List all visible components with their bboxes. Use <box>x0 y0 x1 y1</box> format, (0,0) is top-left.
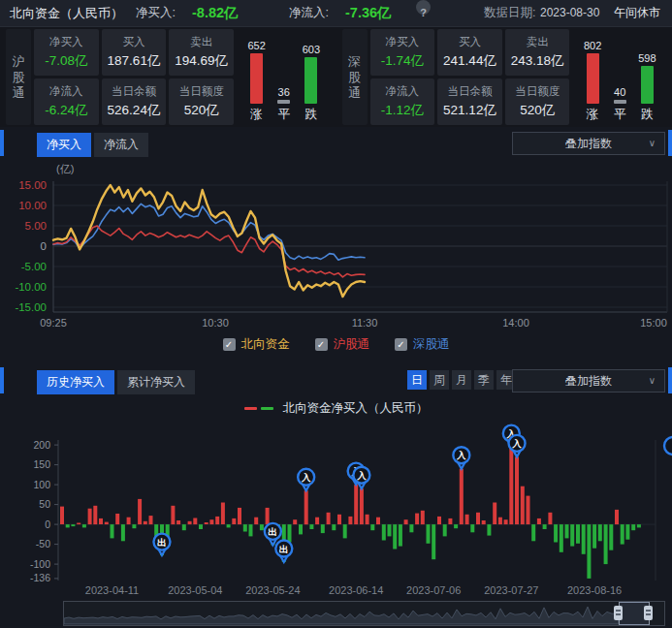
svg-text:入: 入 <box>511 438 522 449</box>
svg-text:入: 入 <box>356 470 367 481</box>
svg-text:-10.00: -10.00 <box>15 281 47 293</box>
svg-text:150: 150 <box>33 458 50 470</box>
panel-shanghai-connect-label: 沪股通 <box>6 29 31 125</box>
stat-cell-1-0: 净买入-1.74亿 <box>370 29 435 76</box>
stat-cell-1-3: 净流入-1.12亿 <box>370 78 435 125</box>
right-accent-bar <box>668 130 672 156</box>
intraday-line-chart[interactable]: 15.0010.005.000-5.00-10.00-15.0009:2510:… <box>0 158 672 334</box>
svg-text:-15.00: -15.00 <box>15 301 47 313</box>
stock-connect-stats: 沪股通 净买入-7.08亿买入187.61亿卖出194.69亿净流入-6.24亿… <box>0 27 672 127</box>
period-quarter-button[interactable]: 季 <box>474 370 494 390</box>
svg-text:11:30: 11:30 <box>352 317 378 329</box>
panel-shanghai-connect-cells: 净买入-7.08亿买入187.61亿卖出194.69亿净流入-6.24亿当日余额… <box>34 29 234 125</box>
history-bar-chart[interactable]: 200150100500-50-100-1362023-04-112023-05… <box>0 419 672 601</box>
history-legend: 北向资金净买入（人民币） <box>0 400 672 417</box>
svg-text:-100: -100 <box>30 558 50 570</box>
flow-marker-pin: 出 <box>275 541 292 563</box>
flow-marker-pin: 出 <box>153 534 170 556</box>
updown-column: 598跌 <box>638 33 656 123</box>
data-date-label: 数据日期: <box>484 0 535 26</box>
flow-marker-pin: 入 <box>453 447 469 469</box>
datazoom-minimap <box>64 602 664 625</box>
checkbox-shanghai[interactable]: ✓ <box>315 338 328 351</box>
stat-cell-1-1: 买入241.44亿 <box>437 29 502 76</box>
intraday-tabs: 净买入 净流入 <box>37 133 148 157</box>
legend-dash-red <box>244 407 257 410</box>
svg-text:0: 0 <box>45 518 50 530</box>
net-inflow-label: 净流入: <box>289 0 329 26</box>
chevron-down-icon: ∨ <box>649 370 656 392</box>
datazoom-left-handle[interactable] <box>614 602 624 625</box>
legend-dash-green <box>261 407 273 410</box>
overlay-index-dropdown-label: 叠加指数 <box>565 137 612 150</box>
legend-label-northbound: 北向资金 <box>241 336 290 353</box>
updown-0: 652涨36平603跌 <box>234 29 335 125</box>
svg-text:200: 200 <box>33 439 50 451</box>
legend-label-shanghai: 沪股通 <box>334 336 370 353</box>
period-month-button[interactable]: 月 <box>452 370 471 390</box>
svg-text:2023-05-24: 2023-05-24 <box>245 584 300 596</box>
svg-text:09:25: 09:25 <box>40 317 67 329</box>
svg-text:-136: -136 <box>30 572 50 583</box>
svg-text:15:00: 15:00 <box>640 317 667 329</box>
overlay-index-dropdown[interactable]: 叠加指数 ∨ <box>512 369 665 392</box>
left-accent-bar <box>0 367 4 393</box>
header: 北向资金（人民币） 净买入: -8.82亿 净流入: -7.36亿 ? 数据日期… <box>0 0 672 27</box>
intraday-legend: ✓ 北向资金 ✓ 沪股通 ✓ 深股通 <box>0 336 672 353</box>
svg-text:50: 50 <box>39 498 50 510</box>
svg-text:10.00: 10.00 <box>18 200 47 211</box>
legend-item-shenzhen: ✓ 深股通 <box>395 336 450 353</box>
svg-text:5.00: 5.00 <box>25 220 47 232</box>
tab-net-buy[interactable]: 净买入 <box>37 133 91 157</box>
updown-bar <box>614 100 626 104</box>
help-icon[interactable]: ? <box>416 0 431 15</box>
checkbox-northbound[interactable]: ✓ <box>223 338 236 351</box>
svg-text:2023-07-06: 2023-07-06 <box>406 584 461 596</box>
datazoom-slider[interactable] <box>63 601 665 626</box>
chevron-down-icon: ∨ <box>649 133 656 154</box>
svg-text:15.00: 15.00 <box>18 179 47 191</box>
svg-text:2023-05-04: 2023-05-04 <box>168 584 222 596</box>
checkbox-shenzhen[interactable]: ✓ <box>395 338 407 351</box>
updown-bar <box>587 53 599 104</box>
stat-cell-1-2: 卖出243.18亿 <box>505 29 570 76</box>
svg-text:2023-06-14: 2023-06-14 <box>329 584 383 596</box>
updown-bar <box>250 53 263 104</box>
period-week-button[interactable]: 周 <box>430 370 449 390</box>
svg-text:-50: -50 <box>36 538 50 550</box>
updown-column: 652涨 <box>247 33 265 123</box>
svg-text:出: 出 <box>157 537 167 548</box>
svg-text:出: 出 <box>269 526 278 537</box>
legend-label-shenzhen: 深股通 <box>413 336 450 353</box>
stat-cell-0-0: 净买入-7.08亿 <box>34 29 99 76</box>
stat-cell-1-5: 当日额度520亿 <box>505 78 570 125</box>
northbound-funds-app: 北向资金（人民币） 净买入: -8.82亿 净流入: -7.36亿 ? 数据日期… <box>0 0 672 628</box>
svg-text:-5.00: -5.00 <box>21 261 47 272</box>
legend-item-northbound: ✓ 北向资金 <box>223 336 290 353</box>
svg-text:10:30: 10:30 <box>202 317 229 329</box>
history-legend-title: 北向资金净买入（人民币） <box>283 400 429 417</box>
svg-text:入: 入 <box>456 450 466 460</box>
panel-shenzhen-connect-label: 深股通 <box>342 29 368 125</box>
stat-cell-0-5: 当日额度520亿 <box>169 78 234 125</box>
overlay-index-dropdown-label: 叠加指数 <box>565 374 612 388</box>
tab-cumulative-net-buy[interactable]: 累计净买入 <box>117 370 195 394</box>
overlay-index-dropdown[interactable]: 叠加指数 ∨ <box>512 132 665 155</box>
datazoom-right-handle[interactable] <box>644 602 654 625</box>
right-accent-bar <box>668 367 672 393</box>
tab-net-inflow[interactable]: 净流入 <box>94 133 148 157</box>
stat-cell-0-2: 卖出194.69亿 <box>169 29 234 76</box>
svg-text:2023-04-11: 2023-04-11 <box>85 584 139 596</box>
svg-text:2023-08-16: 2023-08-16 <box>567 584 622 596</box>
updown-1: 802涨40平598跌 <box>570 29 671 125</box>
svg-text:100: 100 <box>33 479 50 490</box>
page-title: 北向资金（人民币） <box>10 0 123 26</box>
period-day-button[interactable]: 日 <box>407 370 427 390</box>
svg-text:出: 出 <box>279 544 289 554</box>
data-date-value: 2023-08-30 <box>540 0 599 26</box>
legend-item-shanghai: ✓ 沪股通 <box>315 336 370 353</box>
svg-text:0: 0 <box>41 240 47 252</box>
stat-cell-1-4: 当日余额521.12亿 <box>437 78 502 125</box>
updown-bar <box>641 66 654 104</box>
tab-history-net-buy[interactable]: 历史净买入 <box>37 370 114 394</box>
